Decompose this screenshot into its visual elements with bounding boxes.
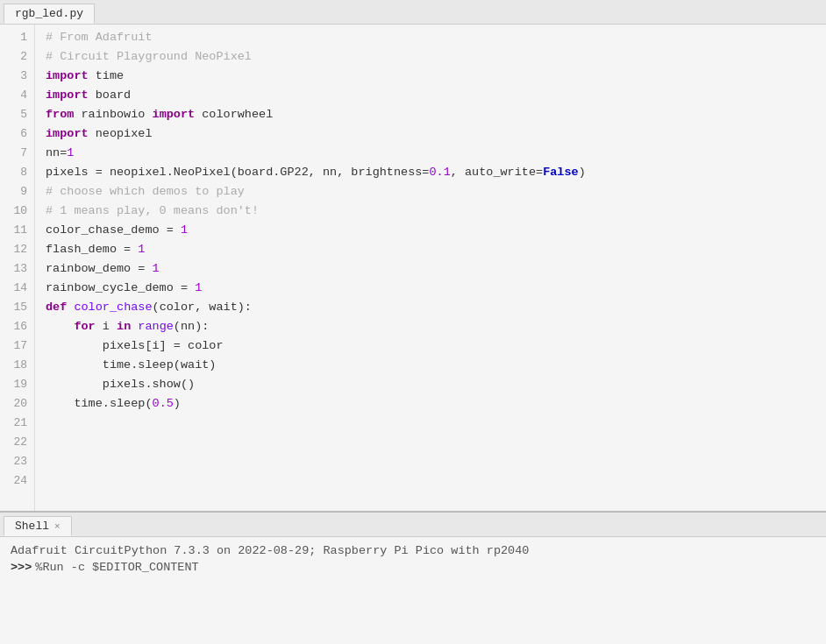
code-line: def color_chase(color, wait): [46,298,815,317]
token-plain: time [89,69,125,82]
shell-tab-label: Shell [15,520,49,533]
line-number: 7 [7,144,27,163]
token-plain [46,320,74,333]
token-plain: rainbow_cycle_demo = [46,281,195,294]
line-numbers: 123456789101112131415161718192021222324 [0,25,35,511]
code-line: # choose which demos to play [46,182,815,202]
token-kw: import [46,88,89,102]
token-kw: import [46,69,89,82]
token-num: 1 [181,223,188,237]
line-number: 21 [7,414,27,433]
line-number: 1 [7,28,27,47]
token-builtin: color_chase [74,301,152,314]
code-line: pixels.show() [46,375,815,394]
token-kw: for [74,320,95,333]
token-plain: ) [579,166,586,179]
line-number: 18 [7,356,27,375]
token-num: 0.5 [153,397,174,410]
line-number: 4 [7,86,27,105]
line-number: 15 [7,298,27,317]
token-plain: ) [174,397,181,410]
prompt-symbol: >>> [11,561,32,574]
code-line: color_chase_demo = 1 [46,221,815,240]
token-plain: flash_demo = [46,243,138,256]
token-plain: rainbow_demo = [46,262,153,275]
token-num: 1 [153,262,160,275]
token-plain: , auto_write= [451,166,543,179]
line-number: 17 [7,336,27,356]
code-content[interactable]: # From Adafruit# Circuit Playground NeoP… [35,25,826,511]
line-number: 22 [7,433,27,452]
token-num: 1 [195,281,202,294]
code-line: # From Adafruit [46,28,815,47]
line-number: 6 [7,124,27,144]
line-number: 19 [7,375,27,394]
token-plain: (color, wait): [153,301,252,314]
code-line: from rainbowio import colorwheel [46,105,815,124]
shell-prompt-line: >>> %Run -c $EDITOR_CONTENT [11,561,815,574]
token-plain: neopixel [89,127,153,140]
token-plain: pixels.show() [46,378,195,391]
shell-tab[interactable]: Shell × [4,516,72,536]
token-plain: time.sleep(wait) [46,358,216,372]
token-kw: import [46,127,89,140]
code-line: import neopixel [46,124,815,144]
shell-info-text: Adafruit CircuitPython 7.3.3 on 2022-08-… [11,544,815,557]
line-number: 5 [7,105,27,124]
token-plain: pixels[i] = color [46,339,224,352]
token-num: 0.1 [429,166,450,179]
token-plain: pixels = neopixel.NeoPixel(board.GP22, n… [46,166,429,179]
token-plain: colorwheel [195,108,273,121]
line-number: 8 [7,163,27,182]
code-line: for i in range(nn): [46,317,815,336]
code-line: time.sleep(0.5) [46,394,815,414]
line-number: 11 [7,221,27,240]
line-number: 12 [7,240,27,259]
shell-tab-close[interactable]: × [54,521,61,532]
shell-content[interactable]: Adafruit CircuitPython 7.3.3 on 2022-08-… [0,537,826,644]
line-number: 24 [7,471,27,491]
line-number: 2 [7,47,27,67]
shell-section: Shell × Adafruit CircuitPython 7.3.3 on … [0,513,826,644]
token-comment: # 1 means play, 0 means don't! [46,204,259,217]
token-plain: nn [46,146,60,159]
token-num: 1 [138,243,145,256]
token-kw: from [46,108,74,121]
token-plain: board [89,88,132,102]
code-line: nn=1 [46,144,815,163]
line-number: 20 [7,394,27,414]
code-line: import board [46,86,815,105]
line-number: 10 [7,202,27,221]
code-line: flash_demo = 1 [46,240,815,259]
token-builtin: range [138,320,174,333]
code-line: # 1 means play, 0 means don't! [46,202,815,221]
token-kw: import [153,108,196,121]
line-number: 23 [7,452,27,471]
code-line: rainbow_cycle_demo = 1 [46,279,815,298]
token-plain: (nn): [174,320,210,333]
code-line: # Circuit Playground NeoPixel [46,47,815,67]
line-number: 9 [7,182,27,202]
line-number: 3 [7,67,27,86]
token-plain: i [96,320,117,333]
line-number: 14 [7,279,27,298]
prompt-command: %Run -c $EDITOR_CONTENT [35,561,198,574]
token-comment: # choose which demos to play [46,185,245,198]
token-plain: time.sleep( [46,397,153,410]
token-kw: def [46,301,67,314]
editor-area: 123456789101112131415161718192021222324 … [0,25,826,513]
editor-tab-bar: rgb_led.py [0,0,826,25]
token-comment: # Circuit Playground NeoPixel [46,50,252,63]
token-kw2: False [543,166,579,179]
line-number: 13 [7,259,27,279]
code-line: import time [46,67,815,86]
line-number: 16 [7,317,27,336]
token-num: 1 [67,146,74,159]
code-line: rainbow_demo = 1 [46,259,815,279]
token-plain: rainbowio [74,108,152,121]
code-line: pixels[i] = color [46,336,815,356]
token-comment: # From Adafruit [46,31,153,44]
file-tab[interactable]: rgb_led.py [4,4,95,24]
code-line: time.sleep(wait) [46,356,815,375]
code-line: pixels = neopixel.NeoPixel(board.GP22, n… [46,163,815,182]
